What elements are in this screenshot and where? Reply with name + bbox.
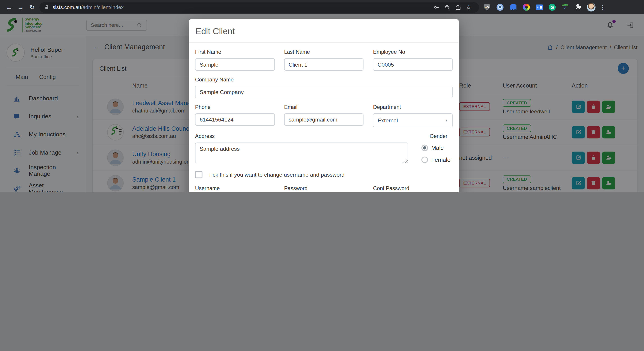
employee-no-label: Employee No: [373, 49, 453, 55]
male-radio-label: Male: [431, 145, 444, 151]
phone-label: Phone: [195, 104, 275, 110]
address-label: Address: [195, 133, 408, 139]
tag-extension-icon[interactable]: [536, 4, 544, 11]
edit-client-modal: Edit Client First Name Last Name Employe…: [189, 19, 459, 192]
first-name-field[interactable]: [195, 58, 275, 71]
address-bar[interactable]: sisfs.com.au/admin/client/index ☆: [39, 2, 479, 12]
screen: ← → ↻ sisfs.com.au/admin/client/index ☆ …: [0, 0, 644, 192]
lens-extension-icon[interactable]: [496, 4, 504, 11]
browser-menu-icon[interactable]: ⋮: [600, 4, 606, 11]
mascot-extension-icon[interactable]: [509, 4, 517, 11]
department-label: Department: [373, 104, 453, 110]
bookmark-star-icon[interactable]: ☆: [463, 4, 474, 10]
gender-label: Gender: [418, 133, 452, 139]
zoom-icon[interactable]: [442, 4, 452, 10]
password-key-icon[interactable]: [431, 4, 442, 10]
browser-forward-icon[interactable]: →: [15, 4, 26, 10]
change-credentials-checkbox[interactable]: [195, 171, 202, 178]
colorwheel-extension-icon[interactable]: [522, 4, 530, 11]
extensions-row: uO G ABC✓: [483, 4, 582, 11]
modal-header: Edit Client: [189, 19, 459, 43]
modal-title: Edit Client: [196, 26, 235, 36]
ublock-extension-icon[interactable]: uO: [483, 4, 491, 11]
grammarly-extension-icon[interactable]: G: [549, 4, 556, 10]
department-selected-value: External: [378, 117, 398, 123]
email-label: Email: [284, 104, 364, 110]
browser-profile-avatar[interactable]: [587, 3, 596, 12]
browser-toolbar: ← → ↻ sisfs.com.au/admin/client/index ☆ …: [0, 0, 644, 14]
employee-no-field[interactable]: [373, 58, 453, 71]
first-name-label: First Name: [195, 49, 275, 55]
department-select[interactable]: External ▼: [373, 114, 453, 127]
female-radio-label: Female: [431, 156, 450, 163]
phone-field[interactable]: [195, 114, 275, 126]
browser-reload-icon[interactable]: ↻: [26, 4, 38, 11]
change-credentials-label: Tick this if you want to change username…: [208, 172, 344, 178]
browser-back-icon[interactable]: ←: [3, 4, 15, 10]
password-label: Password: [284, 185, 364, 191]
modal-body: First Name Last Name Employee No Company…: [189, 43, 459, 192]
username-label: Username: [195, 185, 275, 191]
company-name-label: Company Name: [195, 76, 452, 82]
male-radio[interactable]: [421, 145, 428, 151]
email-field[interactable]: [284, 114, 364, 126]
url-path: /admin/client/index: [81, 4, 124, 10]
puzzle-extensions-icon[interactable]: [574, 4, 582, 11]
share-icon[interactable]: [452, 4, 463, 10]
url-host: sisfs.com.au: [53, 4, 81, 10]
conf-password-label: Conf Password: [373, 185, 453, 191]
female-radio[interactable]: [421, 156, 428, 163]
lock-icon: [44, 4, 49, 10]
last-name-field[interactable]: [284, 58, 364, 71]
last-name-label: Last Name: [284, 49, 364, 55]
address-field[interactable]: Sample address: [195, 143, 408, 163]
company-name-field[interactable]: [195, 86, 452, 98]
chevron-down-icon: ▼: [445, 118, 448, 122]
spellcheck-extension-icon[interactable]: ABC✓: [561, 4, 569, 11]
